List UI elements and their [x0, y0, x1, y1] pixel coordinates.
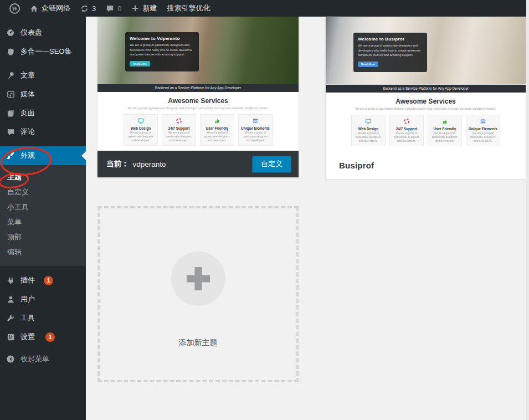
wordpress-logo-menu[interactable]: W — [4, 0, 25, 17]
welcome-text: We are a group of passionate designers a… — [358, 43, 423, 58]
update-icon — [80, 4, 89, 13]
current-theme-label: 当前： — [106, 159, 129, 169]
seo-menu-label: 搜索引擎优化 — [167, 3, 210, 13]
theme-name-footer[interactable]: Busiprof — [326, 151, 526, 179]
collapse-arrow-icon — [6, 355, 16, 363]
sidebar-label-users: 用户 — [20, 294, 35, 304]
list-bars-icon — [239, 117, 272, 124]
settings-sliders-icon — [6, 333, 16, 341]
menu-separator — [0, 141, 86, 146]
busiprof-screenshot-hero: Welcome to Busiprof We are a group of pa… — [326, 17, 526, 85]
add-circle — [171, 252, 225, 306]
customize-button[interactable]: 自定义 — [252, 156, 291, 172]
services-section: Awesome Services We are a group of passi… — [326, 93, 526, 151]
comments-count: 0 — [117, 4, 121, 13]
monitor-icon — [352, 118, 385, 125]
submenu-item-menus[interactable]: 菜单 — [0, 214, 86, 229]
new-label: 新建 — [142, 3, 157, 13]
service-box-support: 24/7 Support We are a group of passionat… — [389, 115, 424, 146]
sidebar-item-seo-pack[interactable]: 多合一—SEO集 — [0, 42, 86, 61]
welcome-title: Welcome to Vdperanto — [130, 36, 194, 41]
thumbs-up-icon — [201, 117, 234, 124]
sidebar-item-pages[interactable]: 页面 — [0, 104, 86, 122]
menu-separator — [0, 61, 86, 66]
theme-card-vdperanto[interactable]: Welcome to Vdperanto We are a group of p… — [97, 17, 299, 177]
wrench-icon — [6, 314, 16, 322]
sidebar-item-users[interactable]: 用户 — [0, 290, 86, 309]
seo-menu[interactable]: 搜索引擎优化 — [162, 0, 215, 17]
sidebar-item-plugins[interactable]: 插件 1 — [0, 271, 86, 290]
pages-icon — [6, 109, 16, 117]
banner-strip: Backend as a Service Platform for Any Ap… — [326, 85, 526, 93]
services-subtitle: We are a group of passionate designers a… — [97, 106, 299, 110]
sidebar-item-tools[interactable]: 工具 — [0, 309, 86, 327]
dashboard-gauge-icon — [6, 28, 16, 37]
banner-strip: Backend as a Service Platform for Any Ap… — [97, 84, 299, 92]
wordpress-logo-icon: W — [9, 3, 20, 14]
sidebar-item-collapse-menu[interactable]: 收起菜单 — [0, 350, 86, 368]
submenu-item-themes[interactable]: 主题 — [0, 170, 86, 185]
appearance-submenu: 主题 自定义 小工具 菜单 顶部 编辑 — [0, 165, 86, 266]
sidebar-item-dashboard[interactable]: 仪表盘 — [0, 23, 86, 42]
service-box-support: 24/7 Support We are a group of passionat… — [162, 114, 196, 146]
site-name-label: 众链网络 — [42, 3, 70, 13]
service-box-web-design: Web Design We are a group of passionate … — [124, 114, 158, 146]
submenu-item-header[interactable]: 顶部 — [0, 229, 86, 244]
updates-menu[interactable]: 3 — [75, 0, 101, 17]
pushpin-icon — [6, 71, 16, 80]
settings-update-badge: 1 — [45, 332, 55, 342]
welcome-box: Welcome to Busiprof We are a group of pa… — [353, 33, 427, 72]
current-theme-name: vdperanto — [133, 160, 166, 168]
vertical-scrollbar[interactable] — [526, 0, 529, 420]
sidebar-label-dashboard: 仪表盘 — [20, 28, 42, 38]
submenu-item-widgets[interactable]: 小工具 — [0, 199, 86, 214]
sidebar-label-collapse: 收起菜单 — [20, 354, 49, 364]
service-row: Web Design We are a group of passionate … — [326, 115, 526, 146]
services-subtitle: We are a group of passionate designers a… — [326, 107, 526, 110]
plugins-update-badge: 1 — [44, 276, 53, 285]
welcome-title: Welcome to Busiprof — [358, 37, 423, 42]
service-box-web-design: Web Design We are a group of passionate … — [351, 115, 386, 146]
sidebar-item-comments[interactable]: 评论 — [0, 122, 86, 141]
sidebar-label-settings: 设置 — [20, 332, 35, 342]
welcome-box: Welcome to Vdperanto We are a group of p… — [125, 32, 199, 71]
sidebar-label-seo-pack: 多合一—SEO集 — [20, 47, 71, 57]
services-section: Awesome Services We are a group of passi… — [97, 92, 299, 151]
plugin-icon — [6, 276, 16, 285]
service-row: Web Design We are a group of passionate … — [97, 114, 299, 146]
sidebar-label-appearance: 外观 — [20, 151, 35, 161]
sidebar-label-posts: 文章 — [20, 70, 35, 80]
services-title: Awesome Services — [326, 98, 526, 105]
site-name-menu[interactable]: 众链网络 — [25, 0, 75, 17]
sidebar-label-comments: 评论 — [20, 127, 35, 137]
sidebar-item-settings[interactable]: 设置 1 — [0, 327, 86, 346]
service-box-unique-elements: Unique Elements We are a group of passio… — [466, 115, 500, 146]
plus-icon — [131, 4, 139, 12]
sidebar-item-media[interactable]: 媒体 — [0, 85, 86, 104]
updates-count: 3 — [92, 4, 96, 13]
service-box-unique-elements: Unique Elements We are a group of passio… — [238, 114, 273, 146]
sidebar-label-pages: 页面 — [20, 108, 35, 118]
add-new-theme-label: 添加新主题 — [100, 338, 296, 348]
theme-name-busiprof: Busiprof — [339, 161, 374, 170]
lifebuoy-icon — [162, 117, 196, 124]
home-icon — [30, 4, 38, 13]
sidebar-label-media: 媒体 — [20, 89, 35, 99]
sidebar-item-appearance[interactable]: 外观 — [0, 146, 86, 165]
submenu-item-customize[interactable]: 自定义 — [0, 185, 86, 199]
add-new-theme-card[interactable]: 添加新主题 — [97, 206, 299, 382]
submenu-item-editor[interactable]: 编辑 — [0, 244, 86, 259]
list-bars-icon — [466, 118, 500, 125]
comments-menu[interactable]: 0 — [101, 0, 126, 17]
theme-card-busiprof[interactable]: Welcome to Busiprof We are a group of pa… — [325, 17, 526, 178]
admin-sidebar: 仪表盘 多合一—SEO集 文章 媒体 页面 评论 外观 主题 自定义 小工具 菜… — [0, 17, 86, 420]
plus-icon — [183, 263, 214, 294]
comment-bubble-icon — [106, 4, 114, 13]
comments-icon — [6, 128, 16, 136]
sidebar-item-posts[interactable]: 文章 — [0, 66, 86, 85]
admin-bar: W 众链网络 3 0 新建 搜索引擎优化 — [0, 0, 526, 17]
new-content-menu[interactable]: 新建 — [126, 0, 162, 17]
menu-separator — [0, 266, 86, 271]
sidebar-label-tools: 工具 — [20, 313, 35, 323]
welcome-text: We are a group of passionate designers a… — [130, 43, 194, 57]
